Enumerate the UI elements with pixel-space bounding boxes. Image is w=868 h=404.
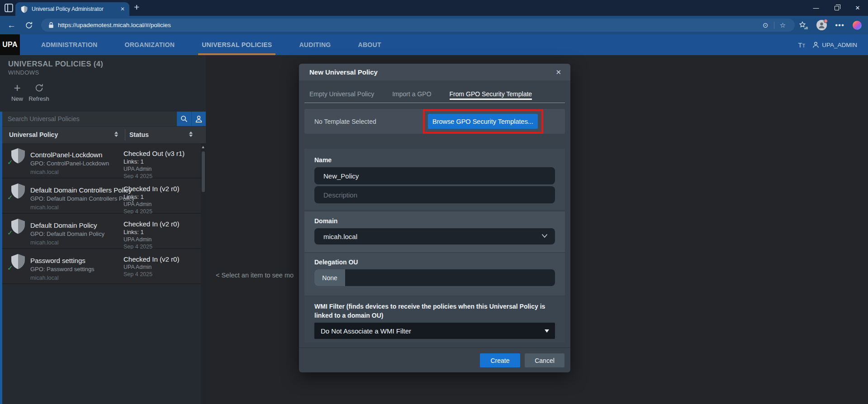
list-scrollbar[interactable] — [201, 143, 206, 404]
policy-domain: micah.local — [30, 203, 122, 211]
template-panel: No Template Selected Browse GPO Security… — [304, 109, 565, 134]
plus-icon: + — [5, 81, 29, 94]
name-input[interactable] — [314, 167, 555, 184]
status-admin: UPA Admin — [123, 263, 179, 271]
delegation-ou-section: Delegation OU None — [304, 253, 565, 296]
wmi-filter-select[interactable]: Do Not Associate a WMI Filter — [314, 323, 555, 339]
shield-favicon-icon — [21, 5, 28, 13]
description-input[interactable] — [314, 186, 555, 203]
create-button[interactable]: Create — [480, 353, 520, 367]
select-item-hint: < Select an item to see mo — [216, 272, 294, 279]
status-links: Links: 1 — [123, 228, 179, 236]
divider — [774, 22, 774, 29]
chevron-down-icon — [541, 234, 548, 238]
url-text[interactable]: https://upademotest.micah.local/#/polici… — [58, 22, 759, 28]
policy-gpo: GPO: Default Domain Policy — [30, 230, 122, 238]
policies-sidebar: UNIVERSAL POLICIES (4) WINDOWS + New Ref… — [0, 55, 206, 404]
user-menu[interactable]: UPA_ADMIN — [812, 42, 857, 48]
dialog-footer: Create Cancel — [299, 348, 570, 367]
new-tab-button[interactable]: + — [134, 2, 139, 13]
favorite-star-icon[interactable]: ☆ — [780, 21, 786, 29]
tab-from-gpo-security-template[interactable]: From GPO Security Template — [450, 89, 532, 99]
domain-label: Domain — [314, 216, 555, 225]
menu-auditing[interactable]: AUDITING — [299, 34, 331, 55]
sort-universal-policy-icon[interactable] — [114, 132, 118, 137]
template-status: No Template Selected — [314, 118, 376, 125]
search-input[interactable] — [2, 112, 206, 126]
menu-administration[interactable]: ADMINISTRATION — [41, 34, 98, 55]
search-bar — [2, 112, 206, 126]
new-policy-button[interactable]: + New — [5, 81, 29, 102]
refresh-list-button[interactable]: Refresh — [27, 81, 51, 102]
column-status[interactable]: Status — [129, 131, 149, 138]
table-header: Universal Policy Status — [2, 127, 206, 143]
policy-gpo: GPO: Default Domain Controllers Policy — [30, 194, 122, 203]
copilot-icon[interactable] — [853, 21, 862, 30]
window-controls: — ✕ — [806, 0, 868, 16]
checked-in-icon: ✓ — [7, 264, 13, 272]
delegation-ou-input[interactable]: None — [314, 269, 555, 286]
close-window-button[interactable]: ✕ — [847, 0, 868, 16]
app-navbar: UPA ADMINISTRATION ORGANIZATION UNIVERSA… — [0, 34, 868, 55]
scrollbar-thumb[interactable] — [202, 151, 205, 192]
wmi-filter-label: WMI Filter (finds devices to receive the… — [314, 302, 555, 320]
status-text: Checked Out (v3 r1) — [123, 149, 185, 158]
menu-organization[interactable]: ORGANIZATION — [125, 34, 175, 55]
restore-button[interactable] — [826, 0, 847, 16]
tab-import-a-gpo[interactable]: Import a GPO — [392, 89, 431, 99]
filter-by-user-icon[interactable] — [191, 112, 206, 126]
tab-empty-universal-policy[interactable]: Empty Universal Policy — [309, 89, 374, 99]
dialog-close-icon[interactable]: ✕ — [555, 68, 561, 76]
status-text: Checked In (v2 r0) — [123, 255, 179, 263]
toolbar-right-icons: ••• — [799, 20, 868, 30]
checked-in-icon: ✓ — [7, 193, 13, 202]
status-text: Checked In (v2 r0) — [123, 220, 179, 228]
sidebar-subtitle: WINDOWS — [8, 69, 39, 76]
menu-about[interactable]: ABOUT — [358, 34, 381, 55]
menu-universal-policies[interactable]: UNIVERSAL POLICIES — [202, 34, 272, 55]
cancel-button[interactable]: Cancel — [525, 353, 564, 367]
delegation-none-chip[interactable]: None — [314, 269, 345, 286]
policy-name: Default Domain Controllers Policy — [30, 186, 122, 194]
status-links: Links: 1 — [123, 158, 185, 165]
back-button[interactable]: ← — [7, 20, 16, 30]
favorites-list-icon[interactable] — [799, 21, 808, 29]
tab-groups-icon[interactable] — [5, 4, 13, 12]
checked-in-icon: ✓ — [7, 158, 13, 166]
reader-mode-icon[interactable]: ⊙ — [763, 21, 768, 29]
focus-strip — [0, 112, 2, 404]
person-icon — [812, 42, 819, 48]
policy-row[interactable]: ✓ Password settings GPO: Password settin… — [2, 249, 201, 284]
policy-list: ✓ ControlPanel-Lockdown GPO: ControlPane… — [2, 143, 201, 284]
browser-tab[interactable]: Universal Policy Administrator ✕ — [15, 2, 129, 16]
application-window: Universal Policy Administrator ✕ + — ✕ ←… — [0, 0, 868, 404]
navbar-right: TT UPA_ADMIN — [798, 34, 868, 55]
policy-row[interactable]: ✓ Default Domain Policy GPO: Default Dom… — [2, 214, 201, 249]
refresh-page-button[interactable] — [25, 21, 33, 29]
tab-title: Universal Policy Administrator — [32, 6, 117, 12]
profile-avatar[interactable] — [816, 20, 827, 30]
upa-logo: UPA — [0, 34, 20, 55]
address-bar[interactable]: https://upademotest.micah.local/#/polici… — [41, 19, 795, 32]
domain-section: Domain micah.local — [304, 211, 565, 252]
policy-row[interactable]: ✓ Default Domain Controllers Policy GPO:… — [2, 179, 201, 214]
refresh-icon — [27, 81, 51, 94]
policy-name: Default Domain Policy — [30, 221, 122, 230]
name-label: Name — [314, 155, 555, 164]
lock-icon — [48, 22, 54, 28]
tab-close-icon[interactable]: ✕ — [120, 6, 125, 12]
sort-status-icon[interactable] — [189, 132, 193, 137]
policy-domain: micah.local — [30, 239, 122, 247]
browser-titlebar: Universal Policy Administrator ✕ + — ✕ — [0, 0, 868, 16]
minimize-button[interactable]: — — [806, 0, 826, 16]
policy-row[interactable]: ✓ ControlPanel-Lockdown GPO: ControlPane… — [2, 143, 201, 179]
text-size-icon[interactable]: TT — [798, 41, 805, 49]
search-icon[interactable] — [177, 112, 191, 126]
policy-gpo: GPO: ControlPanel-Lockdown — [30, 159, 122, 168]
column-universal-policy[interactable]: Universal Policy — [9, 131, 58, 138]
browse-gpo-templates-button[interactable]: Browse GPO Security Templates... — [428, 114, 538, 129]
domain-select[interactable]: micah.local — [314, 228, 555, 244]
browser-toolbar: ← https://upademotest.micah.local/#/poli… — [0, 16, 868, 34]
browser-menu-button[interactable]: ••• — [835, 21, 844, 30]
scroll-up-arrow[interactable] — [202, 146, 204, 148]
